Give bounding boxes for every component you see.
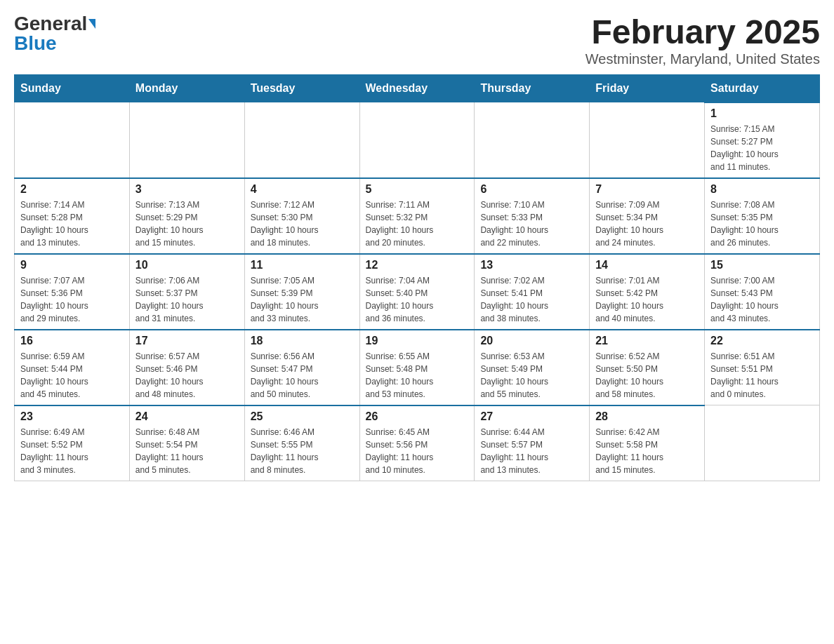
calendar-subtitle: Westminster, Maryland, United States — [585, 51, 820, 67]
calendar-cell — [129, 102, 244, 178]
day-info: Sunrise: 7:05 AM Sunset: 5:39 PM Dayligh… — [251, 274, 354, 325]
day-number: 26 — [366, 410, 469, 423]
calendar-week-1: 1Sunrise: 7:15 AM Sunset: 5:27 PM Daylig… — [15, 102, 820, 178]
calendar-cell: 9Sunrise: 7:07 AM Sunset: 5:36 PM Daylig… — [15, 254, 130, 330]
day-info: Sunrise: 7:08 AM Sunset: 5:35 PM Dayligh… — [710, 199, 814, 249]
day-info: Sunrise: 6:48 AM Sunset: 5:54 PM Dayligh… — [135, 426, 239, 476]
calendar-cell: 10Sunrise: 7:06 AM Sunset: 5:37 PM Dayli… — [129, 254, 244, 330]
calendar-cell — [15, 102, 130, 178]
day-header-friday: Friday — [590, 74, 705, 102]
day-info: Sunrise: 7:10 AM Sunset: 5:33 PM Dayligh… — [480, 199, 583, 249]
day-number: 5 — [366, 183, 469, 196]
day-header-monday: Monday — [129, 74, 244, 102]
calendar-week-2: 2Sunrise: 7:14 AM Sunset: 5:28 PM Daylig… — [15, 178, 820, 254]
day-number: 7 — [595, 183, 699, 196]
calendar-cell: 8Sunrise: 7:08 AM Sunset: 5:35 PM Daylig… — [705, 178, 820, 254]
calendar-cell: 27Sunrise: 6:44 AM Sunset: 5:57 PM Dayli… — [475, 405, 590, 481]
calendar-cell: 5Sunrise: 7:11 AM Sunset: 5:32 PM Daylig… — [359, 178, 475, 254]
calendar-cell: 15Sunrise: 7:00 AM Sunset: 5:43 PM Dayli… — [705, 254, 820, 330]
day-header-saturday: Saturday — [705, 74, 820, 102]
day-info: Sunrise: 7:02 AM Sunset: 5:41 PM Dayligh… — [480, 274, 583, 325]
day-number: 11 — [251, 259, 354, 271]
day-number: 6 — [480, 183, 583, 196]
calendar-cell: 13Sunrise: 7:02 AM Sunset: 5:41 PM Dayli… — [475, 254, 590, 330]
day-header-wednesday: Wednesday — [359, 74, 475, 102]
calendar-cell — [705, 405, 820, 481]
calendar-cell: 24Sunrise: 6:48 AM Sunset: 5:54 PM Dayli… — [129, 405, 244, 481]
logo-general-text: General — [14, 14, 87, 34]
calendar-cell: 14Sunrise: 7:01 AM Sunset: 5:42 PM Dayli… — [590, 254, 705, 330]
day-number: 2 — [20, 183, 124, 196]
calendar-cell: 1Sunrise: 7:15 AM Sunset: 5:27 PM Daylig… — [705, 102, 820, 178]
calendar-cell: 25Sunrise: 6:46 AM Sunset: 5:55 PM Dayli… — [244, 405, 359, 481]
calendar-week-5: 23Sunrise: 6:49 AM Sunset: 5:52 PM Dayli… — [15, 405, 820, 481]
day-info: Sunrise: 7:07 AM Sunset: 5:36 PM Dayligh… — [20, 274, 124, 325]
day-number: 3 — [135, 183, 239, 196]
calendar-title-block: February 2025 Westminster, Maryland, Uni… — [585, 14, 820, 67]
calendar-week-3: 9Sunrise: 7:07 AM Sunset: 5:36 PM Daylig… — [15, 254, 820, 330]
calendar-cell: 19Sunrise: 6:55 AM Sunset: 5:48 PM Dayli… — [359, 330, 475, 405]
day-number: 9 — [20, 259, 124, 271]
calendar-cell: 26Sunrise: 6:45 AM Sunset: 5:56 PM Dayli… — [359, 405, 475, 481]
day-info: Sunrise: 7:12 AM Sunset: 5:30 PM Dayligh… — [251, 199, 354, 249]
day-info: Sunrise: 6:49 AM Sunset: 5:52 PM Dayligh… — [20, 426, 124, 476]
day-info: Sunrise: 6:59 AM Sunset: 5:44 PM Dayligh… — [20, 350, 124, 401]
day-number: 12 — [366, 259, 469, 271]
day-number: 17 — [135, 335, 239, 347]
day-info: Sunrise: 7:01 AM Sunset: 5:42 PM Dayligh… — [595, 274, 699, 325]
calendar-cell: 22Sunrise: 6:51 AM Sunset: 5:51 PM Dayli… — [705, 330, 820, 405]
calendar-cell: 3Sunrise: 7:13 AM Sunset: 5:29 PM Daylig… — [129, 178, 244, 254]
day-number: 19 — [366, 335, 469, 347]
day-info: Sunrise: 7:09 AM Sunset: 5:34 PM Dayligh… — [595, 199, 699, 249]
day-number: 15 — [710, 259, 814, 271]
calendar-cell: 12Sunrise: 7:04 AM Sunset: 5:40 PM Dayli… — [359, 254, 475, 330]
calendar-cell — [475, 102, 590, 178]
calendar-cell: 11Sunrise: 7:05 AM Sunset: 5:39 PM Dayli… — [244, 254, 359, 330]
day-info: Sunrise: 6:56 AM Sunset: 5:47 PM Dayligh… — [251, 350, 354, 401]
calendar-cell — [590, 102, 705, 178]
calendar-cell: 21Sunrise: 6:52 AM Sunset: 5:50 PM Dayli… — [590, 330, 705, 405]
calendar-title: February 2025 — [585, 14, 820, 51]
day-number: 18 — [251, 335, 354, 347]
day-info: Sunrise: 6:57 AM Sunset: 5:46 PM Dayligh… — [135, 350, 239, 401]
calendar-cell — [359, 102, 475, 178]
day-header-sunday: Sunday — [15, 74, 130, 102]
calendar-cell: 23Sunrise: 6:49 AM Sunset: 5:52 PM Dayli… — [15, 405, 130, 481]
logo: General Blue — [14, 14, 95, 53]
page-header: General Blue February 2025 Westminster, … — [14, 14, 820, 67]
calendar-cell: 18Sunrise: 6:56 AM Sunset: 5:47 PM Dayli… — [244, 330, 359, 405]
day-info: Sunrise: 7:15 AM Sunset: 5:27 PM Dayligh… — [710, 123, 814, 173]
day-info: Sunrise: 6:55 AM Sunset: 5:48 PM Dayligh… — [366, 350, 469, 401]
calendar-cell: 28Sunrise: 6:42 AM Sunset: 5:58 PM Dayli… — [590, 405, 705, 481]
day-number: 23 — [20, 410, 124, 423]
calendar-table: SundayMondayTuesdayWednesdayThursdayFrid… — [14, 74, 820, 481]
day-info: Sunrise: 7:11 AM Sunset: 5:32 PM Dayligh… — [366, 199, 469, 249]
day-number: 22 — [710, 335, 814, 347]
calendar-cell: 7Sunrise: 7:09 AM Sunset: 5:34 PM Daylig… — [590, 178, 705, 254]
day-number: 8 — [710, 183, 814, 196]
day-number: 16 — [20, 335, 124, 347]
day-info: Sunrise: 6:42 AM Sunset: 5:58 PM Dayligh… — [595, 426, 699, 476]
day-header-tuesday: Tuesday — [244, 74, 359, 102]
day-info: Sunrise: 6:52 AM Sunset: 5:50 PM Dayligh… — [595, 350, 699, 401]
logo-blue-text: Blue — [14, 34, 57, 53]
day-number: 1 — [710, 107, 814, 120]
calendar-cell: 20Sunrise: 6:53 AM Sunset: 5:49 PM Dayli… — [475, 330, 590, 405]
calendar-cell — [244, 102, 359, 178]
day-number: 28 — [595, 410, 699, 423]
day-info: Sunrise: 7:04 AM Sunset: 5:40 PM Dayligh… — [366, 274, 469, 325]
day-info: Sunrise: 7:00 AM Sunset: 5:43 PM Dayligh… — [710, 274, 814, 325]
day-number: 14 — [595, 259, 699, 271]
calendar-cell: 6Sunrise: 7:10 AM Sunset: 5:33 PM Daylig… — [475, 178, 590, 254]
day-number: 21 — [595, 335, 699, 347]
day-number: 24 — [135, 410, 239, 423]
day-number: 13 — [480, 259, 583, 271]
day-info: Sunrise: 6:51 AM Sunset: 5:51 PM Dayligh… — [710, 350, 814, 401]
day-info: Sunrise: 6:53 AM Sunset: 5:49 PM Dayligh… — [480, 350, 583, 401]
day-number: 27 — [480, 410, 583, 423]
calendar-header-row: SundayMondayTuesdayWednesdayThursdayFrid… — [15, 74, 820, 102]
calendar-cell: 16Sunrise: 6:59 AM Sunset: 5:44 PM Dayli… — [15, 330, 130, 405]
day-number: 20 — [480, 335, 583, 347]
logo-triangle-icon — [88, 19, 95, 29]
day-info: Sunrise: 6:44 AM Sunset: 5:57 PM Dayligh… — [480, 426, 583, 476]
